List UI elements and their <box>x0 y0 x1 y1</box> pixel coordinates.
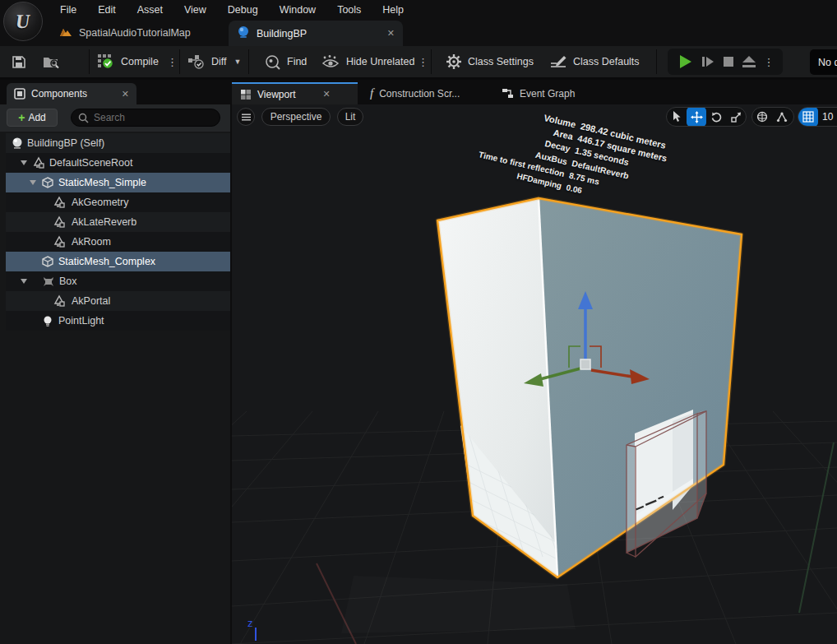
blueprint-icon <box>11 137 24 150</box>
staticmesh-icon <box>41 255 54 268</box>
menu-window[interactable]: Window <box>269 0 326 20</box>
tree-row-staticmesh-simple[interactable]: StaticMesh_Simple <box>6 173 230 192</box>
close-icon[interactable]: ✕ <box>387 28 395 39</box>
compile-button[interactable]: Compile <box>97 46 159 77</box>
staticmesh-icon <box>41 176 54 189</box>
components-search[interactable] <box>71 109 220 127</box>
save-icon <box>12 54 26 69</box>
class-settings-button[interactable]: Class Settings <box>446 46 534 77</box>
expander-arrow-icon[interactable] <box>30 180 36 185</box>
z-axis-label: z <box>247 617 257 641</box>
eye-icon <box>321 54 340 69</box>
coordinate-tools-group <box>751 107 794 127</box>
grid-size-value[interactable]: 10 <box>818 111 833 123</box>
grid-icon <box>802 111 814 123</box>
viewport-icon <box>240 89 252 100</box>
browse-button[interactable] <box>43 46 61 77</box>
move-tool-button[interactable] <box>687 107 706 127</box>
gizmo-center-handle <box>580 359 590 369</box>
tab-viewport[interactable]: Viewport ✕ <box>232 82 358 104</box>
viewport-options-button[interactable] <box>237 108 255 126</box>
menu-tools[interactable]: Tools <box>326 0 372 20</box>
boxcollision-icon <box>42 275 55 288</box>
compile-icon <box>97 53 115 70</box>
menu-help[interactable]: Help <box>372 0 414 20</box>
menu-debug[interactable]: Debug <box>217 0 269 20</box>
frame-skip-button[interactable] <box>701 54 715 69</box>
find-button[interactable]: Find <box>265 46 307 77</box>
tab-spatial-audio-map[interactable]: SpatialAudioTutorialMap <box>51 20 199 46</box>
perspective-dropdown[interactable]: Perspective <box>261 108 331 126</box>
eject-button[interactable] <box>742 55 756 68</box>
components-icon <box>14 88 25 100</box>
save-button[interactable] <box>12 46 26 77</box>
play-button[interactable] <box>677 53 693 70</box>
blueprint-icon <box>237 25 250 41</box>
tree-row-defaultsceneroot[interactable]: DefaultSceneRoot <box>6 153 230 173</box>
play-controls: ⋮ <box>668 49 783 75</box>
expander-arrow-icon[interactable] <box>21 279 27 284</box>
tree-row-akgeometry[interactable]: AkGeometry <box>6 192 230 212</box>
grid-snap-button[interactable] <box>798 107 818 127</box>
tab-buildingbp[interactable]: BuildingBP ✕ <box>229 21 403 46</box>
world-space-button[interactable] <box>752 107 772 127</box>
gear-icon <box>446 53 462 70</box>
transform-tools-group <box>666 107 747 127</box>
menu-bar: FileEditAssetViewDebugWindowToolsHelp <box>0 0 837 20</box>
expander-arrow-icon[interactable] <box>21 160 27 165</box>
scene-icon <box>53 196 66 209</box>
unreal-logo-icon[interactable]: U <box>3 2 43 41</box>
class-defaults-button[interactable]: Class Defaults <box>549 46 640 77</box>
diff-button[interactable]: Diff ▼ <box>187 46 241 77</box>
scene-icon <box>53 235 66 248</box>
close-icon[interactable]: ✕ <box>322 89 330 100</box>
find-icon <box>265 54 281 70</box>
rotate-tool-button[interactable] <box>706 107 726 127</box>
tree-row-buildingbp-self-[interactable]: BuildingBP (Self) <box>6 133 230 153</box>
tree-row-akroom[interactable]: AkRoom <box>6 232 230 252</box>
menu-asset[interactable]: Asset <box>127 0 173 20</box>
scale-icon <box>731 112 742 123</box>
snap-button[interactable] <box>772 107 792 127</box>
scene-icon <box>32 156 45 169</box>
unreal-editor-window: FileEditAssetViewDebugWindowToolsHelp U … <box>0 0 837 644</box>
tree-row-pointlight[interactable]: PointLight <box>6 311 230 331</box>
cursor-icon <box>672 111 682 123</box>
scale-tool-button[interactable] <box>726 107 746 127</box>
menu-edit[interactable]: Edit <box>87 0 127 20</box>
components-tree: BuildingBP (Self)DefaultSceneRootStaticM… <box>0 133 230 331</box>
hide-unrelated-button[interactable]: Hide Unrelated <box>321 46 414 77</box>
tree-row-aklatereverb[interactable]: AkLateReverb <box>6 212 230 232</box>
grid-snap-group: 10 <box>798 107 837 127</box>
search-input[interactable] <box>94 112 201 123</box>
debug-object-dropdown[interactable]: No d <box>810 49 837 75</box>
move-icon <box>691 111 703 123</box>
globe-gizmo-icon <box>756 111 768 123</box>
hide-unrelated-options-button[interactable]: ⋮ <box>418 46 428 77</box>
function-icon: f <box>370 86 373 100</box>
tree-row-box[interactable]: Box <box>6 271 230 291</box>
tree-row-staticmesh-complex[interactable]: StaticMesh_Complex <box>6 252 230 271</box>
diff-icon <box>187 54 206 69</box>
tree-row-akportal[interactable]: AkPortal <box>6 291 230 311</box>
folder-search-icon <box>43 54 61 69</box>
level-icon <box>59 26 72 39</box>
menu-file[interactable]: File <box>49 0 87 20</box>
search-icon <box>78 113 89 123</box>
select-tool-button[interactable] <box>667 107 687 127</box>
lit-mode-dropdown[interactable]: Lit <box>337 108 363 126</box>
scene-icon <box>53 215 66 229</box>
close-icon[interactable]: ✕ <box>122 89 129 100</box>
tab-event-graph[interactable]: Event Graph <box>493 82 583 104</box>
toolbar: Compile ⋮ Diff ▼ Find Hide Unrelated ⋮ C… <box>0 46 837 80</box>
tab-components[interactable]: Components ✕ <box>7 83 136 104</box>
add-component-button[interactable]: +Add <box>7 109 58 127</box>
menu-view[interactable]: View <box>173 0 217 20</box>
tab-construction-script[interactable]: f Construction Scr... <box>362 82 468 104</box>
building-mesh <box>437 198 742 586</box>
stop-button[interactable] <box>723 56 734 67</box>
compile-options-button[interactable]: ⋮ <box>167 46 178 77</box>
pointlight-icon <box>41 314 54 327</box>
hamburger-icon <box>242 114 251 121</box>
play-options-button[interactable]: ⋮ <box>764 56 775 68</box>
